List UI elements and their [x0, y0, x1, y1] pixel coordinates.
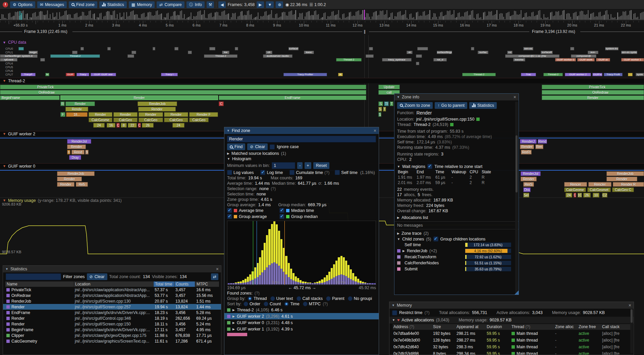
timeline-zone[interactable]: 26	[142, 123, 154, 128]
cpu-zone[interactable]: GUIF-w	[596, 58, 610, 61]
cpu-zone[interactable]	[471, 47, 474, 50]
cpu-zone[interactable]: surfacefl	[541, 51, 553, 54]
found-zone-group[interactable]: ▶ GUIF worker 2(3,296)4.61 s	[224, 313, 379, 319]
cpu-zone[interactable]	[131, 51, 136, 54]
cpu-zone[interactable]: tracy_systrace	[382, 58, 412, 61]
allocations-list-header[interactable]: Allocations list	[401, 215, 428, 220]
options-button[interactable]: ⚙Options	[10, 1, 35, 8]
timeline-zone[interactable]: 24	[93, 123, 105, 128]
timeline-zone[interactable]: RenderJob	[606, 171, 644, 176]
cpu-zone[interactable]	[127, 54, 134, 58]
legend-checkbox[interactable]	[279, 214, 284, 219]
zone-statistics-button[interactable]: Statistics	[469, 102, 497, 109]
timeline-zone[interactable]: S	[378, 101, 383, 106]
resize-grip[interactable]	[515, 291, 519, 295]
option-checkbox[interactable]	[227, 170, 232, 175]
cpu-zone[interactable]	[366, 54, 374, 58]
allocation-row[interactable]: 0x7e049b3d00 128 bytes 298.27 ms 59.95 s…	[389, 337, 634, 344]
found-zone-group[interactable]: ▶ GUIF worker 1(3,192)4.39 s	[224, 326, 379, 332]
cpu-zone[interactable]: kw	[222, 51, 229, 54]
timeline-zone[interactable]: Render	[542, 95, 644, 100]
cpu-zone[interactable]: composer@2.1-se (Hw	[505, 54, 559, 58]
timeline-zone[interactable]: C	[116, 123, 120, 128]
prev-frame-button[interactable]: ◀	[218, 1, 225, 8]
sort-by-option[interactable]: Time	[284, 302, 299, 306]
sort-by-option[interactable]: Order	[244, 302, 260, 306]
cpu-zone[interactable]	[72, 51, 77, 54]
col-counts[interactable]: Counts	[174, 281, 195, 287]
find-button[interactable]: Find	[227, 143, 245, 150]
cpu-zone[interactable]: Tracy I	[161, 73, 178, 76]
wait-region-row[interactable]: 1.91 ms1.97 ms61 μs-2R	[394, 175, 519, 180]
col-call-stack[interactable]: Call stack	[601, 324, 630, 330]
power-icon[interactable]	[3, 2, 8, 7]
timeline-zone[interactable]: Render F	[189, 112, 218, 117]
allocation-row[interactable]: 0x7dfc53d898 8 bytes 298.34 ms 59.95 s M…	[389, 350, 634, 355]
cpu-zone[interactable]: kwgpr	[29, 51, 38, 54]
timeline-zone[interactable]: F	[60, 112, 65, 117]
timeline-zone[interactable]: CalcGeo	[113, 118, 138, 122]
cpu-zone[interactable]: GUIF worker 0	[555, 58, 576, 61]
info-button[interactable]: ⓘInfo	[186, 1, 205, 8]
timeline-zone[interactable]: Render	[89, 112, 112, 117]
col-duration[interactable]: Duration	[486, 324, 511, 330]
frame-menu-button[interactable]: ▼	[266, 1, 274, 8]
child-zone-row[interactable]: Self time 172.14 us (3.83%)	[394, 242, 519, 248]
restrict-time-checkbox[interactable]	[392, 310, 397, 315]
timeline-zone[interactable]: 1C	[578, 193, 582, 197]
child-zones-header[interactable]: Child zones	[402, 237, 424, 241]
cpu-zone[interactable]: Tracy Profiler	[283, 73, 327, 76]
cpu-zone[interactable]: TracyP	[21, 73, 36, 76]
col-location[interactable]: Location	[73, 281, 153, 287]
close-icon[interactable]: ×	[514, 95, 516, 99]
radio-icon[interactable]	[284, 302, 289, 306]
radio-icon[interactable]	[270, 296, 275, 301]
cpu-zone[interactable]: A	[338, 73, 343, 76]
legend-item[interactable]: Average time	[227, 208, 277, 213]
matched-locations-header[interactable]: Matched source locations	[231, 151, 279, 156]
timeline-zone[interactable]: Re5	[76, 182, 88, 187]
scrollbar-thumb[interactable]	[516, 135, 518, 192]
col-size[interactable]: Size	[432, 324, 456, 330]
radio-icon[interactable]	[264, 302, 268, 306]
timeline-zone[interactable]: 8	[121, 123, 127, 128]
cpu-zone[interactable]: ryEvent	[0, 58, 17, 61]
cpu-zone[interactable]: surfac	[478, 51, 488, 54]
cpu-zone[interactable]: kworke	[513, 58, 525, 61]
timeline-zone[interactable]: RenderJol	[67, 139, 91, 144]
cpu-zone[interactable]	[209, 47, 215, 50]
collapse-icon[interactable]: ▼	[397, 95, 400, 99]
active-allocations-header[interactable]: Active allocations	[401, 318, 434, 322]
col-thread[interactable]: Thread (?)	[511, 324, 554, 330]
legend-item[interactable]: Group average	[227, 214, 277, 219]
timeline-zone[interactable]: RenderJ	[520, 139, 537, 144]
radio-icon[interactable]	[244, 302, 248, 306]
close-icon[interactable]: ×	[374, 128, 376, 133]
timeline-zone[interactable]: CalcGeo	[139, 118, 163, 122]
child-zone-row[interactable]: CalcRenderNodes 51.51 us (1.15%)	[394, 260, 519, 266]
cpu-zone[interactable]: cfr	[266, 51, 272, 54]
timeline-zone[interactable]: CalcGeome	[564, 187, 586, 192]
legend-checkbox[interactable]	[227, 214, 232, 219]
expand-icon[interactable]: ▶	[232, 315, 235, 318]
cpu-zone[interactable]: aux-	[588, 51, 598, 54]
collapse-icon[interactable]: ▼	[3, 41, 6, 44]
cpu-zone[interactable]: sen-es	[523, 47, 533, 50]
timeline-zone[interactable]: Dra	[523, 187, 531, 192]
option-checkbox[interactable]	[335, 170, 340, 175]
col-appeared[interactable]: Appeared at	[456, 324, 486, 330]
zoom-to-zone-button[interactable]: Zoom to zone	[397, 102, 433, 109]
zone-info-window-titlebar[interactable]: ▼Zone info×	[394, 94, 519, 100]
statistics-window-titlebar[interactable]: ▼Statistics×	[3, 266, 221, 272]
cpu-zone[interactable]: Tracy	[76, 73, 89, 76]
next-frame-button[interactable]: ▶	[257, 1, 264, 8]
reset-button[interactable]: Reset	[313, 162, 330, 169]
histogram-option[interactable]: Cumulate time(?)	[289, 170, 331, 175]
cpu-zone[interactable]	[188, 51, 192, 54]
memory-window-titlebar[interactable]: ▼Memory×	[389, 302, 634, 309]
radio-icon[interactable]	[303, 302, 308, 306]
clear-filter-button[interactable]: ⊘Clear	[87, 273, 107, 280]
cpu-zone[interactable]: roi	[507, 51, 513, 54]
timeline-zone[interactable]: Update	[378, 85, 400, 89]
timeline-zone[interactable]: Render	[521, 177, 537, 181]
